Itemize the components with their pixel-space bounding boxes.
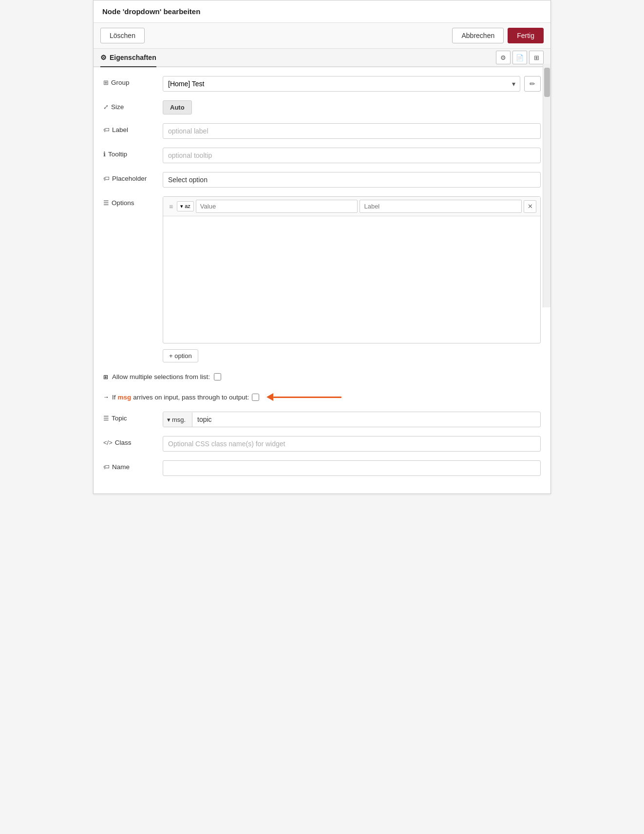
topic-msg-prefix: msg. [172,416,186,423]
sort-az-icon: ▾ az [180,203,190,209]
option-label-input[interactable] [360,200,522,213]
topic-label: ☰ Topic [103,412,157,422]
topic-input-area: ▾ msg. topic [163,412,541,427]
options-label: ☰ Options [103,196,157,207]
class-input-area [163,436,541,452]
tabs-bar: ⚙ Eigenschaften ⚙ 📄 ⊞ [94,49,550,67]
class-input[interactable] [163,436,541,452]
name-input[interactable] [163,460,541,476]
info-icon: ℹ [103,151,106,158]
options-container: ≡ ▾ az ✕ [163,196,541,343]
topic-field-row: ☰ Topic ▾ msg. topic [103,412,541,427]
arrow-right-icon: → [103,394,109,400]
tab-icon-doc[interactable]: 📄 [512,51,527,64]
placeholder-label: 🏷 Placeholder [103,172,157,182]
class-label: </> Class [103,436,157,446]
placeholder-field-row: 🏷 Placeholder [103,172,541,188]
tooltip-label: ℹ Tooltip [103,148,157,158]
tooltip-input-area [163,148,541,163]
code-icon: </> [103,439,113,446]
resize-icon: ⤢ [103,103,109,111]
toolbar: Löschen Abbrechen Fertig [94,23,550,49]
group-field-row: ⊞ Group [Home] Test ✏ [103,76,541,92]
allow-multiple-row: ⊞ Allow multiple selections from list: [103,371,541,382]
arrow-line [273,397,341,398]
name-tag-icon: 🏷 [103,463,110,471]
tab-icon-gear[interactable]: ⚙ [496,51,511,64]
tab-icon-grid[interactable]: ⊞ [529,51,544,64]
allow-multiple-label: Allow multiple selections from list: [112,373,210,380]
tooltip-input[interactable] [163,148,541,163]
options-header: ≡ ▾ az ✕ [163,197,540,216]
drag-handle-icon: ≡ [167,203,175,210]
panel-title: Node 'dropdown' bearbeiten [102,7,200,16]
scrollbar[interactable] [543,64,550,307]
class-field-row: </> Class [103,436,541,452]
size-field-row: ⤢ Size Auto [103,100,541,114]
gear-icon: ⚙ [100,54,107,61]
placeholder-tag-icon: 🏷 [103,175,110,182]
name-input-area [163,460,541,476]
allow-multiple-checkbox[interactable] [214,373,221,380]
arrow-head [266,393,273,401]
content-area: ⊞ Group [Home] Test ✏ ⤢ Size Auto [94,67,550,493]
options-list-icon: ☰ [103,199,109,207]
options-field-row: ☰ Options ≡ ▾ az ✕ [103,196,541,362]
tab-properties[interactable]: ⚙ Eigenschaften [100,49,156,67]
name-label: 🏷 Name [103,460,157,471]
group-edit-button[interactable]: ✏ [524,76,541,92]
topic-dropdown-button[interactable]: ▾ msg. [163,413,192,427]
panel-header: Node 'dropdown' bearbeiten [94,0,550,23]
scrollbar-thumb [544,68,550,97]
options-scrollable[interactable]: ≡ ▾ az ✕ [163,197,540,343]
pass-through-label: If msg arrives on input, pass through to… [112,394,249,401]
name-field-row: 🏷 Name [103,460,541,476]
size-input-area: Auto [163,100,541,114]
msg-highlight: msg [118,394,132,401]
delete-button[interactable]: Löschen [100,28,145,43]
pass-through-checkbox[interactable] [252,394,259,401]
pass-through-row: → If msg arrives on input, pass through … [103,391,541,403]
list-multi-icon: ⊞ [103,374,108,380]
tooltip-field-row: ℹ Tooltip [103,148,541,163]
done-button[interactable]: Fertig [508,28,544,43]
label-input-area [163,123,541,139]
table-icon: ⊞ [103,79,109,86]
cancel-button[interactable]: Abbrechen [452,28,504,43]
topic-lines-icon: ☰ [103,415,109,422]
arrow-indicator [267,393,341,401]
label-label: 🏷 Label [103,123,157,133]
sort-button[interactable]: ▾ az [177,201,194,211]
label-tag-icon: 🏷 [103,126,110,133]
add-option-button[interactable]: + option [163,349,198,362]
topic-wrapper: ▾ msg. topic [163,412,541,427]
label-input[interactable] [163,123,541,139]
topic-value: topic [192,412,540,427]
group-input-area: [Home] Test ✏ [163,76,541,92]
group-select[interactable]: [Home] Test [163,76,520,92]
placeholder-input[interactable] [163,172,541,188]
placeholder-input-area [163,172,541,188]
size-label: ⤢ Size [103,100,157,111]
options-input-area: ≡ ▾ az ✕ + option [163,196,541,362]
size-auto-button[interactable]: Auto [163,100,192,114]
group-label: ⊞ Group [103,76,157,86]
option-value-input[interactable] [196,200,358,213]
label-field-row: 🏷 Label [103,123,541,139]
topic-dropdown-icon: ▾ [167,416,170,423]
option-delete-button[interactable]: ✕ [524,200,536,213]
tab-properties-label: Eigenschaften [110,54,156,61]
